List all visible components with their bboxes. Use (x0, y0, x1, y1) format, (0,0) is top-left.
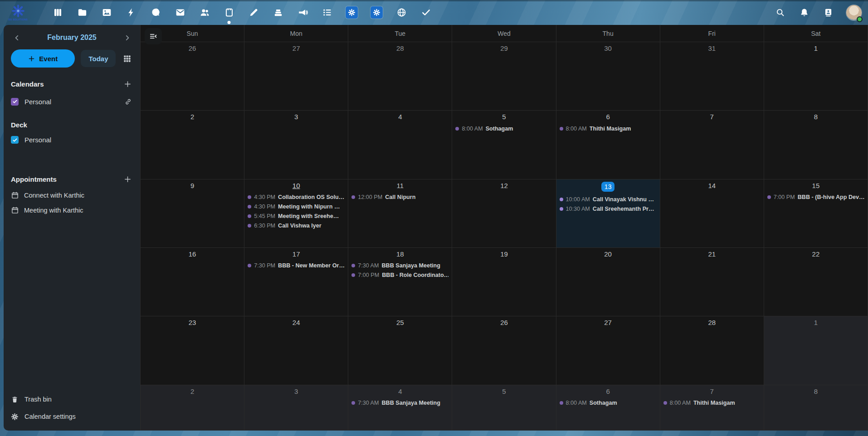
day-number[interactable]: 5 (452, 113, 556, 121)
event-item[interactable]: 7:00 PMBBB - Role Coordinato… (348, 271, 452, 280)
trash-bin-button[interactable]: Trash bin (11, 391, 133, 408)
day-number[interactable]: 1 (764, 44, 868, 52)
day-cell[interactable]: 3 (244, 111, 348, 179)
event-item[interactable]: 4:30 PMCollaboration OS Solu… (244, 193, 348, 202)
files-icon[interactable] (76, 7, 88, 19)
add-calendar-button[interactable] (122, 78, 133, 89)
gear-app-icon[interactable] (346, 6, 358, 19)
day-number[interactable]: 27 (244, 44, 348, 52)
day-number[interactable]: 31 (660, 44, 764, 52)
day-cell[interactable]: 24 (244, 316, 348, 385)
dashboard-icon[interactable] (52, 7, 63, 19)
day-cell[interactable]: 7 (660, 111, 764, 179)
event-item[interactable]: 7:30 AMBBB Sanjaya Meeting (348, 261, 452, 271)
day-cell[interactable]: 187:30 AMBBB Sanjaya Meeting7:00 PMBBB -… (348, 248, 452, 316)
day-number[interactable]: 2 (141, 113, 244, 121)
collapse-sidebar-icon[interactable] (145, 28, 162, 44)
day-cell[interactable]: 2 (141, 111, 244, 179)
day-cell[interactable]: 26 (141, 42, 244, 111)
day-cell[interactable]: 1 (764, 316, 868, 385)
day-number[interactable]: 25 (348, 319, 452, 326)
notes-icon[interactable] (248, 7, 259, 19)
gear-app-icon[interactable] (371, 6, 383, 19)
search-icon[interactable] (774, 7, 786, 19)
day-cell[interactable]: 9 (141, 179, 244, 248)
day-number[interactable]: 28 (348, 44, 452, 52)
day-cell[interactable]: 12 (452, 179, 556, 248)
next-month-button[interactable] (120, 31, 134, 44)
photos-icon[interactable] (101, 7, 112, 19)
day-number[interactable]: 2 (141, 388, 244, 395)
contacts-icon[interactable] (199, 7, 210, 19)
day-cell[interactable]: 157:00 PMBBB - (B-hive App Dev… (764, 179, 868, 248)
day-cell[interactable]: 26 (452, 316, 556, 385)
event-item[interactable]: 10:00 AMCall Vinayak Vishnu … (556, 195, 660, 204)
day-cell[interactable]: 31 (660, 42, 764, 111)
day-cell-today[interactable]: 1310:00 AMCall Vinayak Vishnu …10:30 AMC… (556, 179, 660, 248)
day-number[interactable]: 1 (764, 319, 868, 326)
day-number[interactable]: 17 (244, 250, 348, 258)
deck-icon[interactable] (272, 7, 284, 19)
day-cell[interactable]: 3 (244, 385, 348, 431)
day-cell[interactable]: 1 (764, 42, 868, 111)
day-number[interactable]: 30 (556, 44, 660, 52)
nextcloud-logo[interactable]: DS SOLUTIONS (6, 4, 30, 21)
activity-icon[interactable] (125, 7, 137, 19)
day-number[interactable]: 6 (556, 388, 660, 395)
user-avatar[interactable] (846, 5, 862, 20)
day-number[interactable]: 9 (141, 182, 244, 189)
day-cell[interactable]: 4 (348, 111, 452, 179)
day-cell[interactable]: 2 (141, 385, 244, 431)
event-item[interactable]: 8:00 AMThithi Masigam (556, 124, 660, 133)
event-item[interactable]: 4:30 PMMeeting with Nipurn … (244, 202, 348, 212)
check-icon[interactable] (420, 7, 432, 19)
day-number[interactable]: 22 (764, 250, 868, 258)
checkbox-checked[interactable] (11, 136, 19, 144)
event-item[interactable]: 8:00 AMSothagam (452, 124, 556, 133)
day-cell[interactable]: 25 (348, 316, 452, 385)
event-item[interactable]: 7:30 PMBBB - New Member Or… (244, 261, 348, 271)
day-number[interactable]: 11 (348, 182, 452, 189)
event-item[interactable]: 7:00 PMBBB - (B-hive App Dev… (764, 193, 868, 202)
event-item[interactable]: 8:00 AMThithi Masigam (660, 398, 764, 408)
day-number[interactable]: 8 (764, 113, 868, 121)
day-number[interactable]: 7 (660, 388, 764, 395)
day-number[interactable]: 28 (660, 319, 764, 326)
today-button[interactable]: Today (81, 50, 116, 67)
checkbox-checked[interactable] (11, 98, 19, 106)
day-cell[interactable]: 78:00 AMThithi Masigam (660, 385, 764, 431)
day-cell[interactable]: 8 (764, 385, 868, 431)
event-item[interactable]: 12:00 PMCall Nipurn (348, 193, 452, 202)
day-cell[interactable]: 27 (244, 42, 348, 111)
day-number[interactable]: 21 (660, 250, 764, 258)
day-cell[interactable]: 58:00 AMSothagam (452, 111, 556, 179)
day-cell[interactable]: 104:30 PMCollaboration OS Solu…4:30 PMMe… (244, 179, 348, 248)
day-number[interactable]: 12 (452, 182, 556, 189)
day-number[interactable]: 6 (556, 113, 660, 121)
appointment-item[interactable]: Connect with Karthic (11, 191, 133, 199)
day-number[interactable]: 18 (348, 250, 452, 258)
day-number[interactable]: 20 (556, 250, 660, 258)
day-cell[interactable]: 19 (452, 248, 556, 316)
previous-month-button[interactable] (10, 31, 24, 44)
add-appointment-button[interactable] (122, 174, 133, 184)
calendar-settings-button[interactable]: Calendar settings (11, 408, 133, 425)
event-item[interactable]: 6:30 PMCall Vishwa Iyer (244, 221, 348, 231)
day-number[interactable]: 4 (348, 113, 452, 121)
day-number[interactable]: 27 (556, 319, 660, 326)
day-number[interactable]: 7 (660, 113, 764, 121)
day-cell[interactable]: 28 (660, 316, 764, 385)
day-number[interactable]: 8 (764, 388, 868, 395)
calendar-item-personal[interactable]: Personal (11, 97, 133, 107)
day-cell[interactable]: 177:30 PMBBB - New Member Or… (244, 248, 348, 316)
day-cell[interactable]: 47:30 AMBBB Sanjaya Meeting (348, 385, 452, 431)
day-number[interactable]: 19 (452, 250, 556, 258)
day-cell[interactable]: 1112:00 PMCall Nipurn (348, 179, 452, 248)
day-cell[interactable]: 28 (348, 42, 452, 111)
day-cell[interactable]: 14 (660, 179, 764, 248)
announcements-icon[interactable] (297, 7, 308, 19)
day-cell[interactable]: 68:00 AMThithi Masigam (556, 111, 660, 179)
day-cell[interactable]: 21 (660, 248, 764, 316)
event-item[interactable]: 10:30 AMCall Sreehemanth Pr… (556, 204, 660, 214)
event-item[interactable]: 5:45 PMMeeting with Sreehe… (244, 212, 348, 221)
